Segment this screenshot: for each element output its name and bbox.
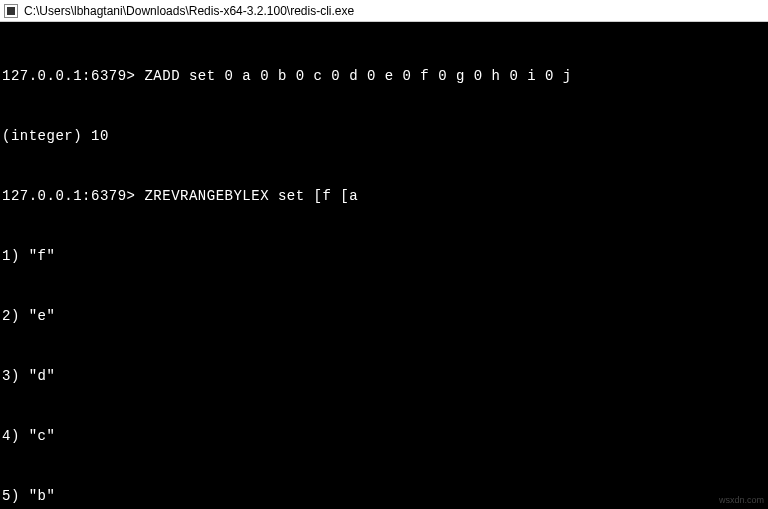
- terminal-line: 127.0.0.1:6379> ZREVRANGEBYLEX set [f [a: [2, 186, 766, 206]
- terminal-line: 2) "e": [2, 306, 766, 326]
- terminal-line: 5) "b": [2, 486, 766, 506]
- window-title: C:\Users\lbhagtani\Downloads\Redis-x64-3…: [24, 4, 354, 18]
- terminal-body[interactable]: 127.0.0.1:6379> ZADD set 0 a 0 b 0 c 0 d…: [0, 22, 768, 509]
- terminal-line: 127.0.0.1:6379> ZADD set 0 a 0 b 0 c 0 d…: [2, 66, 766, 86]
- terminal-line: 4) "c": [2, 426, 766, 446]
- terminal-line: 1) "f": [2, 246, 766, 266]
- terminal-line: (integer) 10: [2, 126, 766, 146]
- terminal-line: 3) "d": [2, 366, 766, 386]
- app-icon: [4, 4, 18, 18]
- watermark: wsxdn.com: [719, 495, 764, 505]
- window-titlebar: C:\Users\lbhagtani\Downloads\Redis-x64-3…: [0, 0, 768, 22]
